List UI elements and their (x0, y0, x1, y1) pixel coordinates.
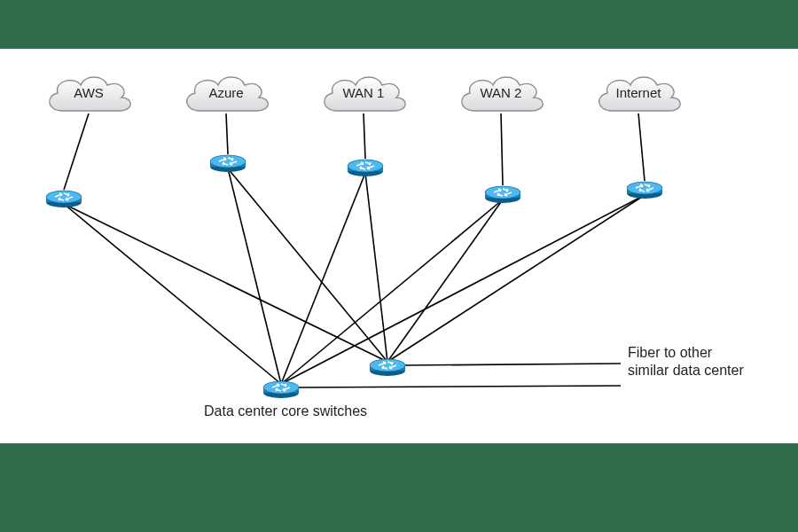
svg-point-32 (485, 186, 520, 199)
core-right (368, 355, 407, 374)
connection-lines (0, 49, 798, 443)
svg-line-10 (365, 173, 387, 362)
core-left (262, 377, 301, 396)
cloud-label-wan2: WAN 2 (452, 85, 550, 100)
edge-router-wan2 (483, 182, 522, 201)
svg-point-40 (263, 381, 299, 394)
svg-line-3 (501, 113, 503, 185)
svg-line-0 (64, 113, 89, 190)
cloud-label-internet: Internet (590, 85, 687, 100)
svg-line-2 (364, 113, 365, 159)
svg-line-13 (281, 195, 645, 384)
cloud-label-azure: Azure (177, 85, 275, 100)
cloud-label-aws: AWS (40, 85, 137, 100)
svg-point-24 (210, 155, 246, 168)
edge-router-internet (625, 177, 664, 197)
cloud-label-wan1: WAN 1 (315, 85, 412, 100)
svg-point-28 (348, 160, 383, 172)
edge-router-aws (44, 186, 83, 206)
svg-line-1 (226, 113, 228, 154)
svg-line-16 (405, 364, 621, 365)
svg-line-4 (638, 113, 645, 181)
edge-router-wan1 (346, 155, 385, 175)
edge-router-azure (208, 151, 247, 170)
svg-line-15 (299, 386, 621, 387)
diagram-canvas: Data center core switches Fiber to other… (0, 49, 798, 443)
svg-line-9 (281, 173, 365, 384)
svg-point-20 (46, 191, 82, 203)
svg-point-44 (370, 359, 405, 372)
svg-line-14 (387, 195, 645, 362)
svg-point-36 (627, 182, 662, 194)
